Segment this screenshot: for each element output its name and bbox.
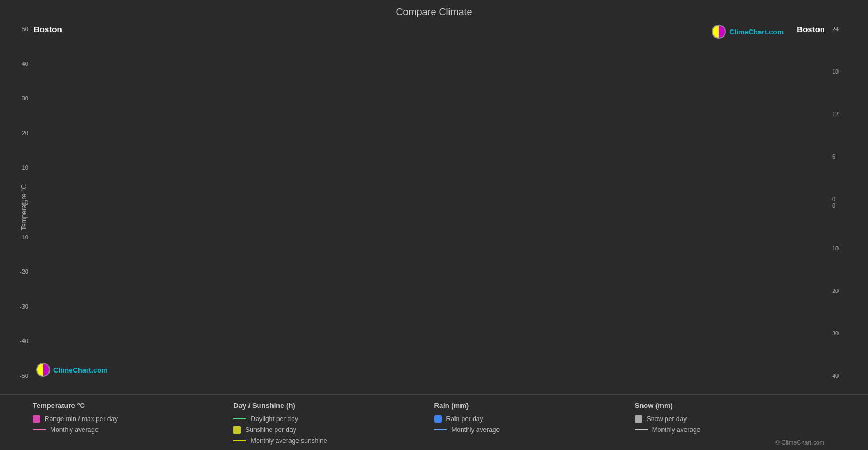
legend-group-snow: Snow (mm) Snow per day Monthly average <box>635 401 835 445</box>
y-tick--40: -40 <box>20 338 28 344</box>
legend-title-rain: Rain (mm) <box>434 401 635 410</box>
y-axis-left-label: Temperature °C <box>20 184 28 230</box>
y-right-tick-12: 12 <box>830 111 865 117</box>
legend-group-temperature: Temperature °C Range min / max per day M… <box>33 401 233 445</box>
y-right-tick-20: 20 <box>830 287 865 294</box>
y-tick--10: -10 <box>20 234 28 241</box>
y-tick-20: 20 <box>22 130 28 136</box>
city-label-left: Boston <box>34 25 62 34</box>
legend-area: Temperature °C Range min / max per day M… <box>0 394 868 450</box>
legend-item-rain-bar: Rain per day <box>434 415 635 423</box>
y-right-tick-6: 6 <box>830 153 865 160</box>
y-tick-40: 40 <box>22 61 28 67</box>
logo-icon-right <box>712 25 726 39</box>
legend-item-sunshine-bar: Sunshine per day <box>233 426 434 434</box>
legend-line-daylight <box>233 418 246 419</box>
legend-item-sunshine-avg: Monthly average sunshine <box>233 437 434 445</box>
legend-title-temperature: Temperature °C <box>33 401 233 410</box>
y-right-tick-24: 24 <box>830 26 865 32</box>
legend-swatch-rain <box>434 415 442 423</box>
logo-icon-left <box>36 363 50 377</box>
svg-rect-0 <box>32 20 827 394</box>
y-tick-30: 30 <box>22 95 28 101</box>
legend-line-snow-avg <box>635 429 648 430</box>
y-right-tick-10: 10 <box>830 245 865 251</box>
y-tick-50: 50 <box>22 26 28 32</box>
legend-item-temp-avg: Monthly average <box>33 426 233 434</box>
legend-group-rain: Rain (mm) Rain per day Monthly average <box>434 401 635 445</box>
y-right-tick-30: 30 <box>830 330 865 337</box>
logo-text-left: ClimeChart.com <box>53 366 108 374</box>
city-label-right: Boston <box>797 25 825 34</box>
legend-item-snow-bar: Snow per day <box>635 415 835 423</box>
logo-top-right: ClimeChart.com <box>712 25 784 39</box>
legend-swatch-snow <box>635 415 642 423</box>
legend-title-sunshine: Day / Sunshine (h) <box>233 401 434 410</box>
y-right-tick-0top: 0 <box>830 196 865 202</box>
legend-line-temp-avg <box>33 429 46 430</box>
y-right-tick-18: 18 <box>830 68 865 75</box>
y-tick--30: -30 <box>20 303 28 310</box>
chart-title: Compare Climate <box>0 0 868 20</box>
y-tick--50: -50 <box>20 373 28 379</box>
legend-item-daylight: Daylight per day <box>233 415 434 423</box>
legend-swatch-temp-range <box>33 415 40 423</box>
y-right-tick-0bot: 0 <box>830 202 865 209</box>
legend-item-snow-avg: Monthly average <box>635 426 835 434</box>
copyright: © ClimeChart.com <box>775 439 824 446</box>
y-right-tick-40: 40 <box>830 373 865 379</box>
legend-group-sunshine: Day / Sunshine (h) Daylight per day Suns… <box>233 401 434 445</box>
legend-line-rain-avg <box>434 429 447 430</box>
logo-text-right: ClimeChart.com <box>729 28 784 36</box>
legend-item-temp-range: Range min / max per day <box>33 415 233 423</box>
legend-item-rain-avg: Monthly average <box>434 426 635 434</box>
y-tick-10: 10 <box>22 164 28 171</box>
chart-svg <box>32 20 827 394</box>
legend-swatch-sunshine <box>233 426 241 434</box>
logo-bottom-left: ClimeChart.com <box>36 363 108 377</box>
y-tick--20: -20 <box>20 268 28 275</box>
legend-line-sunshine-avg <box>233 440 246 441</box>
legend-title-snow: Snow (mm) <box>635 401 835 410</box>
